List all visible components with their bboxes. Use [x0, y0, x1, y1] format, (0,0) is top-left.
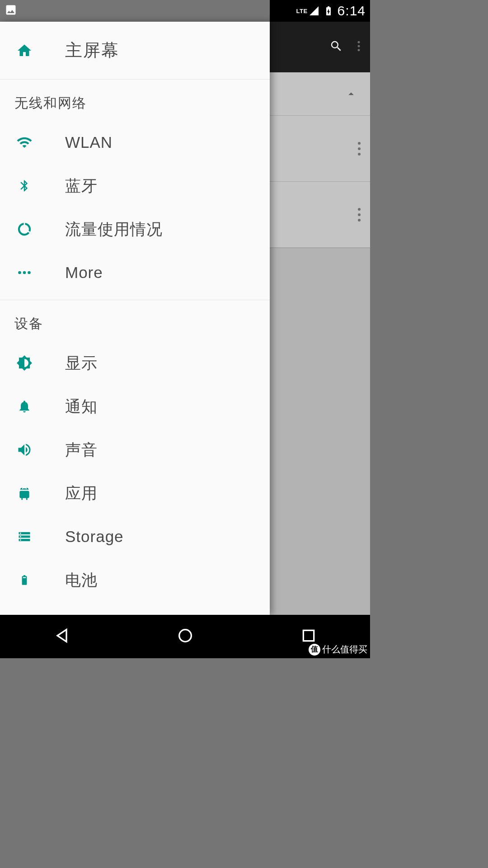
- svg-point-9: [18, 271, 21, 274]
- wifi-icon: [14, 134, 35, 151]
- battery-icon: [14, 572, 35, 588]
- section-title-device: 设备: [0, 300, 270, 341]
- data-usage-icon: [14, 222, 35, 237]
- lte-indicator: LTE: [296, 8, 308, 14]
- svg-point-10: [23, 271, 26, 274]
- drawer-item-storage[interactable]: Storage: [0, 515, 270, 558]
- drawer-item-display[interactable]: 显示: [0, 341, 270, 385]
- drawer-item-bluetooth[interactable]: 蓝牙: [0, 164, 270, 208]
- svg-rect-15: [303, 630, 314, 641]
- item-label: 声音: [65, 439, 98, 461]
- drawer-item-apps[interactable]: 应用: [0, 472, 270, 515]
- item-label: 应用: [65, 483, 98, 504]
- android-icon: [14, 485, 35, 501]
- drawer-item-notifications[interactable]: 通知: [0, 385, 270, 428]
- bell-icon: [14, 399, 35, 414]
- drawer-home-item[interactable]: 主屏幕: [0, 22, 270, 80]
- watermark: 值 什么值得买: [309, 643, 367, 656]
- item-label: 显示: [65, 353, 98, 374]
- drawer-item-wlan[interactable]: WLAN: [0, 121, 270, 164]
- drawer-item-sound[interactable]: 声音: [0, 428, 270, 472]
- gallery-icon: [5, 4, 17, 18]
- item-label: Storage: [65, 528, 124, 546]
- svg-point-14: [179, 630, 191, 642]
- watermark-text: 什么值得买: [322, 643, 367, 656]
- item-label: 蓝牙: [65, 175, 98, 197]
- more-horiz-icon: [14, 264, 35, 281]
- svg-point-11: [28, 271, 31, 274]
- drawer-item-data-usage[interactable]: 流量使用情况: [0, 208, 270, 251]
- svg-point-12: [22, 488, 23, 489]
- drawer-item-battery[interactable]: 电池: [0, 558, 270, 602]
- brightness-icon: [14, 355, 35, 371]
- battery-charging-icon: [323, 5, 334, 16]
- svg-point-13: [26, 488, 27, 489]
- drawer-home-label: 主屏幕: [65, 39, 119, 62]
- item-label: 通知: [65, 396, 98, 417]
- drawer-item-more[interactable]: More: [0, 251, 270, 294]
- volume-icon: [14, 442, 35, 458]
- settings-drawer: 主屏幕 无线和网络 WLAN 蓝牙 流量使用情况 More 设备 显示: [0, 22, 270, 615]
- item-label: 流量使用情况: [65, 219, 163, 240]
- item-label: 电池: [65, 570, 98, 591]
- clock: 6:14: [338, 3, 366, 19]
- section-title-wireless: 无线和网络: [0, 80, 270, 121]
- home-button[interactable]: [176, 627, 194, 646]
- item-label: WLAN: [65, 133, 113, 151]
- watermark-badge: 值: [309, 644, 320, 656]
- bluetooth-icon: [14, 178, 35, 194]
- signal-icon: [309, 5, 319, 16]
- back-button[interactable]: [53, 627, 71, 646]
- storage-icon: [14, 530, 35, 543]
- home-icon: [14, 42, 35, 59]
- status-bar-dark: LTE 6:14: [270, 0, 370, 22]
- item-label: More: [65, 264, 103, 282]
